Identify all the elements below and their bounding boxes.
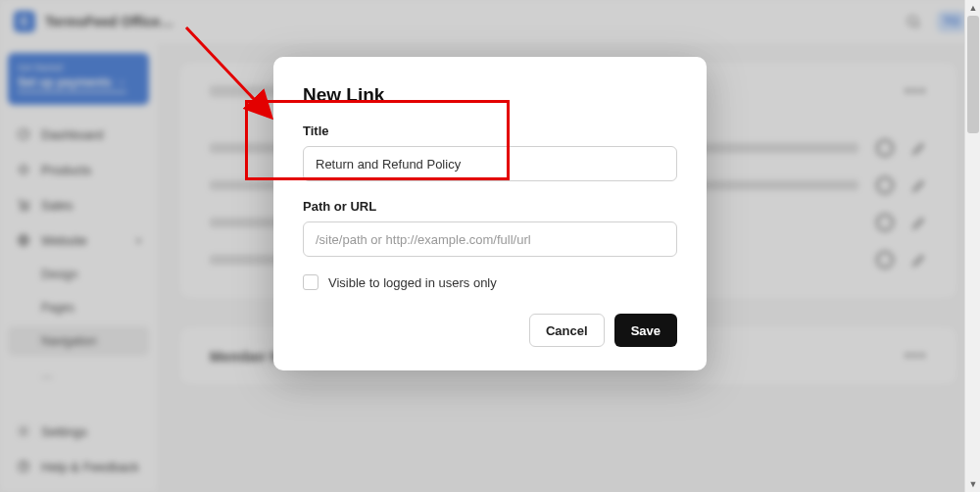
visibility-checkbox-row[interactable]: Visible to logged in users only [303,274,677,290]
visibility-checkbox-label: Visible to logged in users only [328,275,497,290]
modal-overlay[interactable]: New Link Title Path or URL Visible to lo… [0,0,980,492]
path-field-block: Path or URL [303,199,677,257]
title-input[interactable] [303,146,677,181]
path-input[interactable] [303,221,677,257]
modal-heading: New Link [303,84,677,106]
visibility-checkbox[interactable] [303,274,318,290]
title-field-block: Title [303,123,677,181]
scroll-up-button[interactable]: ▲ [965,0,980,16]
save-button[interactable]: Save [614,314,677,347]
path-label: Path or URL [303,199,677,214]
modal-actions: Cancel Save [303,314,677,347]
scroll-down-button[interactable]: ▼ [965,476,980,492]
title-label: Title [303,123,677,138]
new-link-modal: New Link Title Path or URL Visible to lo… [273,57,707,370]
viewport: E TermsFeed Office… TO Get Started Set u… [0,0,980,492]
cancel-button[interactable]: Cancel [529,314,605,347]
vertical-scrollbar[interactable]: ▲ ▼ [964,0,980,492]
scroll-thumb[interactable] [967,16,979,133]
